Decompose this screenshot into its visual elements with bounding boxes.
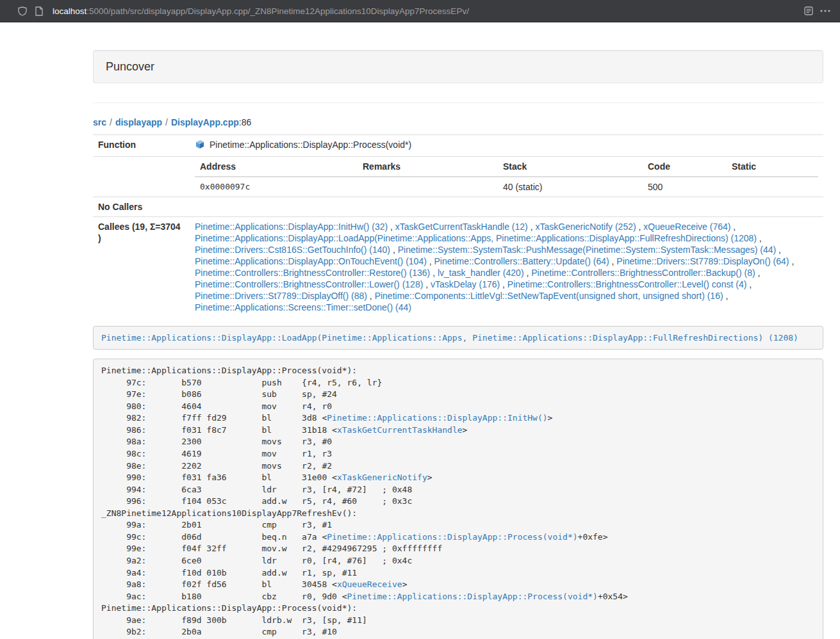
column-code: Code	[643, 157, 727, 177]
disassembly-symbol-link[interactable]: Pinetime::Applications::DisplayApp::Proc…	[327, 532, 577, 542]
function-icon	[195, 140, 205, 150]
disassembly-symbol-link[interactable]: xQueueReceive	[337, 579, 402, 589]
callee-link[interactable]: Pinetime::Applications::DisplayApp::OnTo…	[195, 256, 427, 266]
breadcrumb-link-displayapp[interactable]: displayapp	[115, 117, 162, 127]
page-info-icon[interactable]	[31, 3, 47, 19]
breadcrumb-link-file[interactable]: DisplayApp.cpp	[171, 117, 239, 127]
callee-link[interactable]: Pinetime::Controllers::BrightnessControl…	[195, 268, 430, 278]
callee-link[interactable]: Pinetime::System::SystemTask::PushMessag…	[398, 245, 777, 255]
code-value: 500	[643, 177, 727, 197]
callees-row: Callees (19, Σ=3704 ) Pinetime::Applicat…	[93, 217, 823, 318]
breadcrumb-line-number: :86	[239, 117, 251, 127]
callee-link[interactable]: Pinetime::Controllers::BrightnessControl…	[507, 279, 746, 289]
app-title-panel: Puncover	[93, 50, 823, 83]
column-remarks: Remarks	[358, 157, 498, 177]
address-row: 0x0000097c 40 (static) 500	[195, 177, 818, 197]
address-table: Address Remarks Stack Code Static 0x0000…	[195, 157, 818, 197]
url-bar[interactable]: localhost:5000/path/src/displayapp/Displ…	[53, 6, 800, 16]
callee-link[interactable]: xTaskGetCurrentTaskHandle (12)	[395, 222, 528, 232]
static-value	[727, 177, 818, 197]
reader-mode-icon[interactable]	[800, 3, 817, 19]
divider	[93, 102, 823, 103]
callee-link[interactable]: Pinetime::Applications::Screens::Timer::…	[195, 302, 411, 312]
disassembly-symbol-link[interactable]: Pinetime::Applications::DisplayApp::Proc…	[347, 592, 598, 601]
callee-link[interactable]: vTaskDelay (176)	[431, 279, 500, 289]
highlighted-symbol-link[interactable]: Pinetime::Applications::DisplayApp::Load…	[101, 333, 798, 343]
callee-link[interactable]: Pinetime::Applications::DisplayApp::Init…	[195, 222, 388, 232]
callee-link[interactable]: Pinetime::Drivers::St7789::DisplayOff() …	[195, 291, 367, 301]
no-callers-label: No Callers	[93, 197, 190, 217]
breadcrumb-separator: /	[165, 117, 168, 127]
callee-link[interactable]: Pinetime::Drivers::Cst816S::GetTouchInfo…	[195, 245, 390, 255]
highlighted-symbol-panel: Pinetime::Applications::DisplayApp::Load…	[93, 326, 823, 350]
disassembly-code-block: Pinetime::Applications::DisplayApp::Proc…	[93, 359, 823, 639]
function-label: Function	[93, 135, 190, 157]
callees-list: Pinetime::Applications::DisplayApp::Init…	[190, 217, 823, 318]
function-table: Function Pinetime::Applications::Display…	[93, 134, 823, 317]
callee-link[interactable]: Pinetime::Controllers::BrightnessControl…	[531, 268, 755, 278]
callee-link[interactable]: Pinetime::Controllers::Battery::Update()…	[434, 256, 609, 266]
app-title: Puncover	[106, 60, 154, 73]
callee-link[interactable]: Pinetime::Components::LittleVgl::SetNewT…	[375, 291, 723, 301]
disassembly-symbol-link[interactable]: xTaskGetCurrentTaskHandle	[337, 425, 463, 435]
url-path: :5000/path/src/displayapp/DisplayApp.cpp…	[86, 6, 469, 16]
breadcrumb-separator: /	[110, 117, 112, 127]
column-stack: Stack	[498, 157, 643, 177]
disassembly-symbol-link[interactable]: xTaskGenericNotify	[337, 473, 427, 482]
shield-icon[interactable]	[14, 3, 31, 19]
breadcrumb: src/displayapp/DisplayApp.cpp:86	[93, 117, 823, 128]
callee-link[interactable]: lv_task_handler (420)	[438, 268, 524, 278]
stack-value: 40 (static)	[498, 177, 643, 197]
address-value: 0x0000097c	[195, 177, 358, 197]
no-callers-row: No Callers	[93, 197, 823, 217]
disassembly-symbol-link[interactable]: Pinetime::Applications::DisplayApp::Init…	[327, 413, 547, 423]
function-row: Function Pinetime::Applications::Display…	[93, 135, 823, 157]
page-content: Puncover src/displayapp/DisplayApp.cpp:8…	[93, 50, 823, 639]
callee-link[interactable]: Pinetime::Drivers::St7789::DisplayOn() (…	[616, 256, 789, 266]
callees-label: Callees (19, Σ=3704 )	[93, 217, 190, 318]
callee-link[interactable]: xTaskGenericNotify (252)	[535, 222, 636, 232]
callee-link[interactable]: xQueueReceive (764)	[643, 222, 730, 232]
column-static: Static	[727, 157, 818, 177]
remarks-value	[358, 177, 498, 197]
breadcrumb-link-src[interactable]: src	[93, 117, 106, 127]
callee-link[interactable]: Pinetime::Applications::DisplayApp::Load…	[195, 233, 757, 243]
address-table-row: Address Remarks Stack Code Static 0x0000…	[93, 157, 823, 197]
callee-link[interactable]: Pinetime::Controllers::BrightnessControl…	[195, 279, 423, 289]
function-name: Pinetime::Applications::DisplayApp::Proc…	[210, 139, 411, 150]
address-table-header: Address Remarks Stack Code Static	[195, 157, 818, 177]
url-host: localhost	[53, 6, 86, 16]
browser-toolbar: localhost:5000/path/src/displayapp/Displ…	[0, 0, 840, 22]
column-address: Address	[195, 157, 358, 177]
overflow-menu-icon[interactable]	[817, 3, 834, 19]
